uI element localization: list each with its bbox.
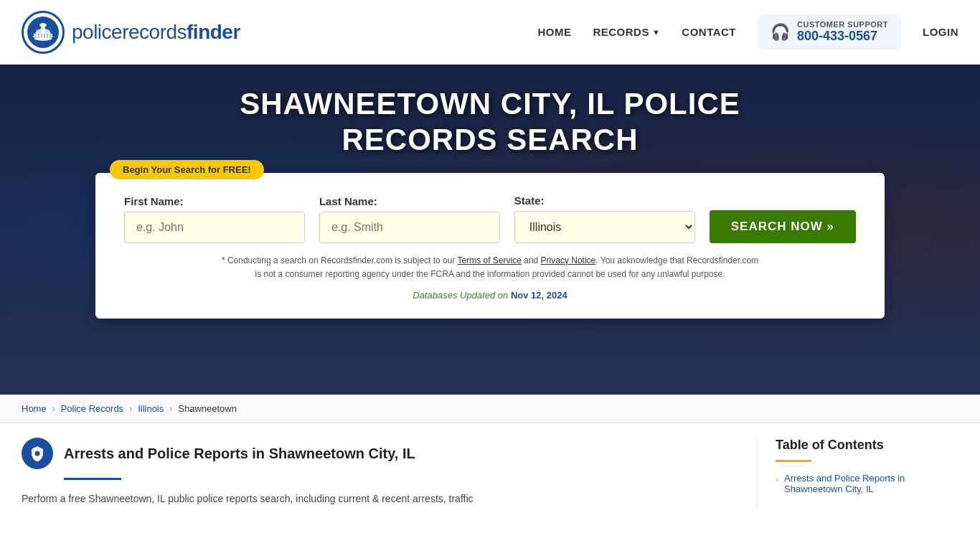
search-fields: First Name: Last Name: State: Illinois A… [124, 194, 856, 243]
svg-rect-14 [50, 34, 51, 38]
customer-support-box: 🎧 CUSTOMER SUPPORT 800-433-0567 [758, 14, 901, 50]
svg-rect-13 [47, 34, 48, 38]
first-name-label: First Name: [124, 195, 305, 207]
db-updated-date: Nov 12, 2024 [511, 290, 567, 301]
section-header: Arrests and Police Reports in Shawneetow… [22, 438, 735, 469]
toc-underline [776, 460, 811, 462]
free-badge: Begin Your Search for FREE! [110, 160, 264, 179]
state-select[interactable]: Illinois Alabama Alaska Arizona Arkansas… [514, 211, 695, 243]
section-title-underline [64, 478, 121, 480]
db-updated-prefix: Databases Updated on [413, 290, 511, 301]
state-label: State: [514, 194, 695, 207]
nav-home[interactable]: HOME [537, 26, 571, 38]
toc-title: Table of Contents [776, 438, 958, 453]
section-body: Perform a free Shawneetown, IL public po… [22, 491, 735, 507]
toc-item-1-label: Arrests and Police Reports in Shawneetow… [784, 473, 958, 494]
privacy-link[interactable]: Privacy Notice [541, 255, 596, 265]
shield-svg [29, 445, 46, 462]
last-name-group: Last Name: [319, 195, 500, 243]
breadcrumb-sep-1: › [52, 404, 55, 414]
header: policerecordsfinder HOME RECORDS ▼ CONTA… [0, 0, 980, 65]
nav-records-label: RECORDS [593, 26, 649, 38]
state-group: State: Illinois Alabama Alaska Arizona A… [514, 194, 695, 243]
breadcrumb-illinois[interactable]: Illinois [138, 403, 164, 414]
breadcrumb: Home › Police Records › Illinois › Shawn… [0, 395, 980, 423]
svg-point-15 [35, 451, 40, 456]
logo-text-light: policerecords [72, 21, 187, 43]
search-container: Begin Your Search for FREE! First Name: … [95, 173, 885, 319]
logo[interactable]: policerecordsfinder [22, 11, 240, 54]
db-updated: Databases Updated on Nov 12, 2024 [124, 290, 856, 301]
support-text: CUSTOMER SUPPORT 800-433-0567 [797, 20, 888, 44]
breadcrumb-police-records[interactable]: Police Records [61, 403, 123, 414]
tos-link[interactable]: Terms of Service [458, 255, 522, 265]
disclaimer-text: * Conducting a search on Recordsfinder.c… [124, 254, 856, 281]
first-name-group: First Name: [124, 195, 305, 243]
support-phone[interactable]: 800-433-0567 [797, 29, 888, 44]
toc-item-1[interactable]: › Arrests and Police Reports in Shawneet… [776, 473, 958, 494]
chevron-down-icon: ▼ [652, 28, 660, 37]
hero-title: SHAWNEETOWN CITY, IL POLICE RECORDS SEAR… [167, 86, 813, 159]
content-left: Arrests and Police Reports in Shawneetow… [22, 438, 758, 507]
nav-records[interactable]: RECORDS ▼ [593, 26, 660, 38]
headset-icon: 🎧 [771, 23, 790, 42]
logo-text: policerecordsfinder [72, 21, 240, 44]
section-title: Arrests and Police Reports in Shawneetow… [64, 446, 415, 462]
breadcrumb-sep-3: › [169, 404, 172, 414]
svg-rect-10 [38, 34, 39, 38]
breadcrumb-current: Shawneetown [178, 403, 237, 414]
content-right: Table of Contents › Arrests and Police R… [758, 438, 958, 507]
svg-rect-12 [44, 34, 45, 38]
last-name-input[interactable] [319, 212, 500, 243]
nav-contact[interactable]: CONTACT [682, 26, 736, 38]
shield-icon [22, 438, 53, 469]
capitol-icon [27, 16, 60, 49]
search-button[interactable]: SEARCH NOW » [710, 210, 856, 243]
section-title-wrapper: Arrests and Police Reports in Shawneetow… [64, 446, 415, 462]
last-name-label: Last Name: [319, 195, 500, 207]
svg-point-6 [39, 23, 47, 27]
main-nav: HOME RECORDS ▼ CONTACT 🎧 CUSTOMER SUPPOR… [537, 14, 958, 50]
nav-login[interactable]: LOGIN [923, 26, 958, 38]
toc-chevron-icon: › [776, 474, 778, 484]
svg-rect-9 [35, 34, 37, 38]
breadcrumb-home[interactable]: Home [22, 403, 47, 414]
svg-rect-11 [41, 34, 42, 38]
logo-text-bold: finder [187, 21, 240, 43]
hero-section: SHAWNEETOWN CITY, IL POLICE RECORDS SEAR… [0, 65, 980, 395]
first-name-input[interactable] [124, 212, 305, 243]
support-label: CUSTOMER SUPPORT [797, 20, 888, 29]
main-content: Arrests and Police Reports in Shawneetow… [0, 438, 980, 507]
breadcrumb-sep-2: › [129, 404, 132, 414]
logo-icon [22, 11, 65, 54]
